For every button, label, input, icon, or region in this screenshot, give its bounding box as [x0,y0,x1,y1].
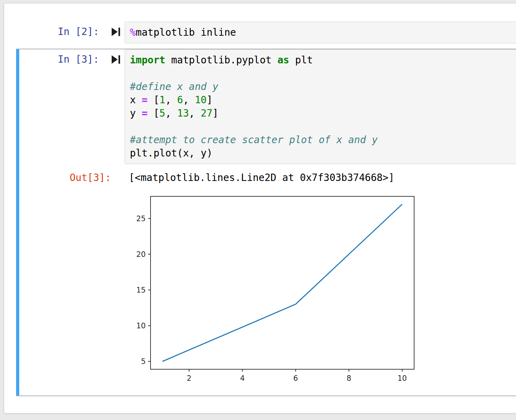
output-text: [<matplotlib.lines.Line2D at 0x7f303b374… [129,171,395,184]
code-cell-in2[interactable]: In [2]: %matplotlib inline [16,21,516,44]
code-line: plt.plot(x, y) [130,147,513,160]
code-editor[interactable]: import matplotlib.pyplot as plt #define … [125,49,516,164]
svg-text:5: 5 [141,357,146,366]
output-area: Out[3]: [<matplotlib.lines.Line2D at 0x7… [19,171,516,184]
svg-text:20: 20 [136,250,146,259]
code-line: y = [5, 13, 27] [130,107,513,120]
code-line: #define x and y [130,80,513,93]
output-chart: 246810510152025 [128,194,424,391]
notebook-panel: In [2]: %matplotlib inline In [3]: impor… [4,3,516,413]
run-cell-icon[interactable] [111,27,121,37]
code-line: x = [1, 6, 10] [130,93,513,107]
code-line [130,120,513,133]
code-line: #attempt to create scatter plot of x and… [130,133,513,147]
code-editor[interactable]: %matplotlib inline [125,22,516,43]
prompt-column: In [3]: [19,49,125,66]
output-chart-container: 246810510152025 [128,194,424,391]
svg-text:10: 10 [397,374,407,383]
svg-text:4: 4 [240,374,245,383]
prompt-column: In [2]: [19,22,125,38]
selected-cell-indicator [16,49,19,396]
svg-text:6: 6 [293,374,298,383]
output-prompt: Out[3]: [70,171,111,184]
code-line: import matplotlib.pyplot as plt [130,54,513,67]
svg-text:15: 15 [136,286,146,294]
code-line [130,67,513,80]
input-row: In [2]: %matplotlib inline [19,22,516,43]
input-prompt: In [2]: [58,25,99,38]
svg-text:10: 10 [136,322,146,330]
code-line: %matplotlib inline [130,26,512,39]
svg-text:25: 25 [136,215,146,223]
input-row: In [3]: import matplotlib.pyplot as plt … [19,49,516,164]
svg-text:8: 8 [347,374,351,383]
svg-text:2: 2 [187,374,191,383]
run-cell-icon[interactable] [111,54,121,65]
prompt-column: Out[3]: [19,171,125,184]
input-prompt: In [3]: [58,53,99,66]
code-cell-in3[interactable]: In [3]: import matplotlib.pyplot as plt … [16,49,516,396]
